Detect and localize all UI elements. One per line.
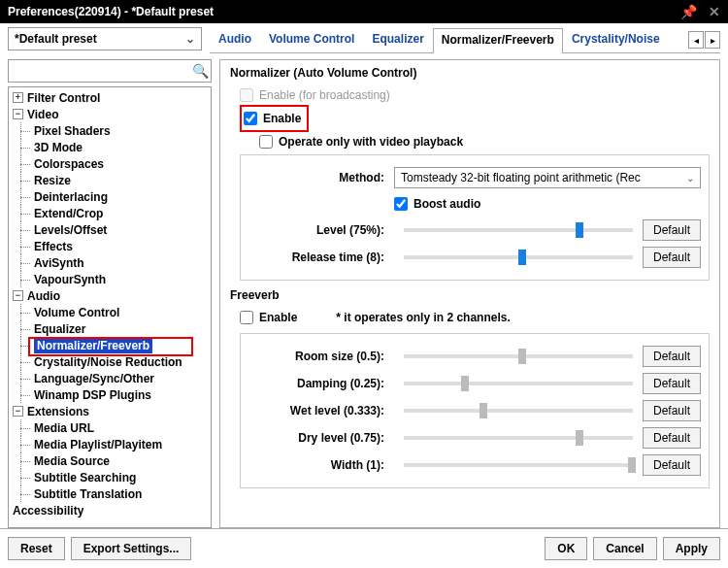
tree-avisynth[interactable]: AviSynth: [9, 254, 211, 271]
collapse-icon[interactable]: −: [13, 406, 23, 417]
enable-broadcasting-checkbox: [240, 88, 253, 102]
tree-pixel-shaders[interactable]: Pixel Shaders: [9, 122, 211, 139]
freeverb-enable-checkbox[interactable]: [240, 311, 253, 324]
title-bar: Preferences(220914) - *Default preset 📌 …: [0, 0, 728, 23]
settings-tree[interactable]: +Filter Control −Video Pixel Shaders 3D …: [8, 86, 212, 528]
method-value: Tomsteady 32-bit floating point arithmet…: [401, 171, 641, 184]
release-default-button[interactable]: Default: [643, 247, 701, 268]
tree-extensions[interactable]: −Extensions: [9, 403, 211, 419]
search-icon[interactable]: 🔍: [189, 63, 211, 79]
apply-button[interactable]: Apply: [663, 537, 720, 560]
preset-dropdown[interactable]: *Default preset ⌄: [8, 27, 202, 50]
tree-vapoursynth[interactable]: VapourSynth: [9, 271, 211, 287]
dry-level-label: Dry level (0.75):: [248, 431, 384, 445]
freeverb-enable-label: Enable: [259, 311, 297, 324]
tree-colorspaces[interactable]: Colorspaces: [9, 155, 211, 172]
tree-resize[interactable]: Resize: [9, 172, 211, 188]
tree-media-playlist[interactable]: Media Playlist/Playitem: [9, 436, 211, 452]
method-label: Method:: [248, 171, 384, 184]
tree-audio[interactable]: −Audio: [9, 287, 211, 304]
pin-icon[interactable]: 📌: [680, 4, 697, 19]
wet-level-slider[interactable]: [404, 409, 633, 413]
tab-volume-control[interactable]: Volume Control: [260, 27, 363, 52]
boost-audio-checkbox[interactable]: [394, 197, 408, 211]
wet-default-button[interactable]: Default: [643, 400, 701, 421]
tab-normalizer-freeverb[interactable]: Normalizer/Freeverb: [433, 28, 563, 53]
enable-label: Enable: [263, 112, 301, 125]
normalizer-title: Normalizer (Auto Volume Control): [230, 66, 710, 80]
level-slider[interactable]: [404, 228, 633, 232]
damping-label: Damping (0.25):: [248, 377, 384, 390]
damping-slider[interactable]: [404, 382, 633, 385]
tree-accessibility[interactable]: Accessibility: [9, 502, 211, 518]
tree-subtitle-search[interactable]: Subtitle Searching: [9, 469, 211, 485]
enable-broadcasting-row: Enable (for broadcasting): [240, 88, 710, 102]
tree-video[interactable]: −Video: [9, 106, 211, 122]
footer: Reset Export Settings... OK Cancel Apply: [0, 528, 728, 568]
release-slider[interactable]: [404, 255, 633, 259]
level-default-button[interactable]: Default: [643, 219, 701, 241]
tree-effects[interactable]: Effects: [9, 238, 211, 254]
cancel-button[interactable]: Cancel: [593, 537, 656, 560]
tab-scroll-left[interactable]: ◂: [688, 31, 704, 49]
tab-crystality-noise[interactable]: Crystality/Noise: [563, 27, 669, 52]
window-title: Preferences(220914) - *Default preset: [8, 5, 214, 18]
video-only-checkbox[interactable]: [259, 135, 273, 149]
tree-crystality-noise[interactable]: Crystality/Noise Reduction: [9, 353, 211, 370]
tree-media-source[interactable]: Media Source: [9, 452, 211, 469]
reset-button[interactable]: Reset: [8, 537, 65, 560]
expand-icon[interactable]: +: [13, 92, 23, 103]
enable-row[interactable]: Enable: [244, 112, 301, 125]
room-size-label: Room size (0.5):: [248, 350, 384, 363]
release-label: Release time (8):: [248, 251, 384, 264]
tree-filter-control[interactable]: +Filter Control: [9, 89, 211, 106]
dry-level-slider[interactable]: [404, 436, 633, 440]
content-panel: Normalizer (Auto Volume Control) Enable …: [219, 59, 720, 528]
damping-default-button[interactable]: Default: [643, 373, 701, 394]
tree-3d-mode[interactable]: 3D Mode: [9, 139, 211, 155]
highlight-box: Enable: [240, 105, 309, 132]
video-only-label: Operate only with video playback: [279, 135, 463, 149]
collapse-icon[interactable]: −: [13, 290, 23, 301]
enable-checkbox[interactable]: [244, 112, 257, 125]
search-input[interactable]: [9, 64, 189, 78]
export-settings-button[interactable]: Export Settings...: [71, 537, 192, 560]
wet-level-label: Wet level (0.333):: [248, 404, 384, 418]
boost-audio-label: Boost audio: [414, 197, 480, 211]
tree-winamp-dsp[interactable]: Winamp DSP Plugins: [9, 386, 211, 403]
tree-normalizer-freeverb[interactable]: Normalizer/Freeverb: [9, 337, 211, 353]
boost-audio-row[interactable]: Boost audio: [394, 197, 480, 211]
width-default-button[interactable]: Default: [643, 454, 701, 476]
chevron-down-icon: ⌄: [686, 173, 694, 184]
room-default-button[interactable]: Default: [643, 346, 701, 367]
ok-button[interactable]: OK: [545, 537, 587, 560]
chevron-down-icon: ⌄: [185, 32, 195, 46]
room-size-slider[interactable]: [404, 354, 633, 358]
tree-deinterlacing[interactable]: Deinterlacing: [9, 188, 211, 205]
preset-label: *Default preset: [15, 32, 97, 46]
freeverb-title: Freeverb: [230, 288, 710, 302]
tab-audio[interactable]: Audio: [210, 27, 260, 52]
dry-default-button[interactable]: Default: [643, 427, 701, 449]
tree-subtitle-translation[interactable]: Subtitle Translation: [9, 485, 211, 502]
tree-equalizer[interactable]: Equalizer: [9, 320, 211, 337]
tab-equalizer[interactable]: Equalizer: [363, 27, 432, 52]
level-label: Level (75%):: [248, 223, 384, 237]
collapse-icon[interactable]: −: [13, 109, 23, 119]
method-dropdown[interactable]: Tomsteady 32-bit floating point arithmet…: [394, 167, 701, 188]
tree-volume-control[interactable]: Volume Control: [9, 304, 211, 320]
close-icon[interactable]: ✕: [709, 4, 720, 19]
freeverb-note: * it operates only in 2 channels.: [336, 311, 510, 324]
search-box[interactable]: 🔍: [8, 59, 212, 83]
tree-language-sync[interactable]: Language/Sync/Other: [9, 370, 211, 386]
tab-scroll-right[interactable]: ▸: [705, 31, 720, 49]
tree-levels-offset[interactable]: Levels/Offset: [9, 221, 211, 238]
video-only-row[interactable]: Operate only with video playback: [240, 135, 710, 149]
tab-bar: Audio Volume Control Equalizer Normalize…: [210, 27, 669, 52]
tree-extend-crop[interactable]: Extend/Crop: [9, 205, 211, 221]
tree-media-url[interactable]: Media URL: [9, 419, 211, 436]
width-slider[interactable]: [404, 463, 633, 467]
width-label: Width (1):: [248, 458, 384, 472]
freeverb-enable-row[interactable]: Enable: [240, 311, 297, 324]
